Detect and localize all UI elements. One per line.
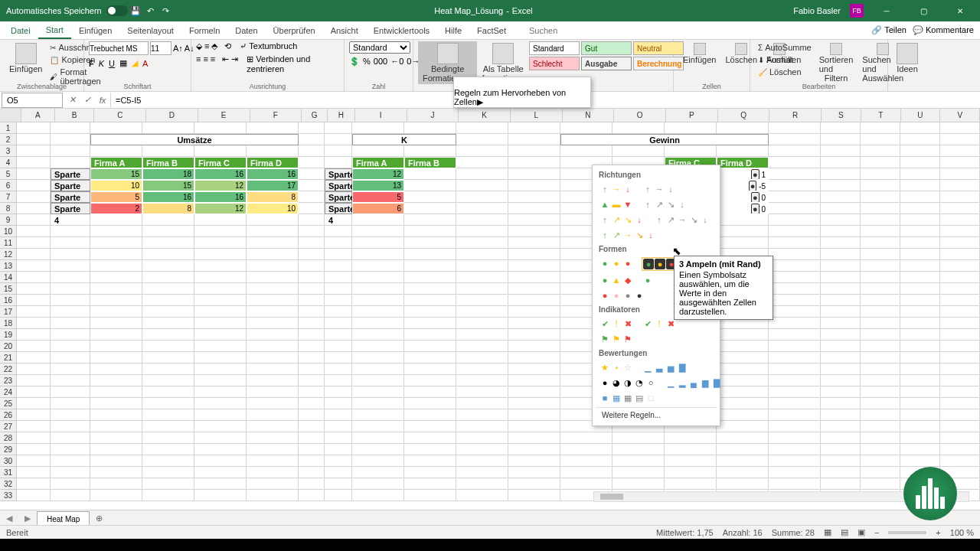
- tab-start[interactable]: Start: [38, 22, 71, 39]
- number-format[interactable]: Standard: [349, 41, 410, 54]
- view-layout-icon[interactable]: ▤: [841, 527, 848, 537]
- align-mid-icon[interactable]: ≡: [204, 41, 209, 51]
- tab-ansicht[interactable]: Ansicht: [323, 23, 366, 38]
- sheet-tab[interactable]: Heat Map: [37, 511, 90, 527]
- iconset-3triangles[interactable]: ▲▬▼: [599, 198, 634, 210]
- ideas-button[interactable]: Ideen: [893, 41, 922, 75]
- iconset-3symbols-circled[interactable]: ✔!✖: [599, 318, 634, 330]
- select-all[interactable]: [0, 109, 21, 122]
- iconset-5arrows-gray[interactable]: ↑↗→↘↓: [653, 214, 711, 226]
- style-schlecht[interactable]: Schlecht: [529, 57, 580, 70]
- undo-icon[interactable]: ↶: [145, 5, 156, 16]
- iconset-3traffic-rimmed[interactable]: ●●●: [642, 257, 678, 271]
- style-standard[interactable]: Standard: [529, 41, 580, 55]
- merge-button[interactable]: ⊞ Verbinden und zentrieren: [247, 54, 339, 73]
- percent-icon[interactable]: %: [363, 57, 371, 67]
- fx-icon[interactable]: fx: [95, 96, 110, 105]
- zoom-slider[interactable]: [888, 531, 926, 534]
- wrap-button[interactable]: ⤶ Textumbruch: [240, 41, 297, 51]
- tab-seitenlayout[interactable]: Seitenlayout: [119, 23, 181, 38]
- paste-button[interactable]: Einfügen: [5, 41, 47, 87]
- group-align: Ausrichtung: [191, 83, 344, 90]
- tab-daten[interactable]: Daten: [227, 23, 265, 38]
- autosave-toggle[interactable]: Automatisches Speichern: [6, 5, 128, 16]
- iconset-3arrows-color[interactable]: ↑→↓: [599, 183, 634, 195]
- tab-nav-prev[interactable]: ◀: [0, 514, 18, 523]
- iconset-3signs[interactable]: ●▲◆: [599, 274, 634, 286]
- iconset-3flags[interactable]: ⚑⚑⚑: [599, 333, 634, 345]
- indent-inc-icon[interactable]: ⇥: [231, 54, 238, 73]
- fx-cancel-icon[interactable]: ✕: [64, 95, 80, 105]
- minimize-icon[interactable]: ─: [873, 0, 900, 21]
- font-color-icon[interactable]: A: [142, 59, 148, 68]
- fill-button[interactable]: ⬇ Ausfüllen: [755, 54, 815, 66]
- style-ausgabe[interactable]: Ausgabe: [581, 57, 632, 70]
- font-name[interactable]: [89, 41, 149, 55]
- align-center-icon[interactable]: ≡: [203, 54, 207, 73]
- italic-button[interactable]: K: [99, 59, 104, 68]
- tab-formeln[interactable]: Formeln: [181, 23, 227, 38]
- currency-icon[interactable]: 💲: [349, 57, 360, 67]
- insert-cells-button[interactable]: Einfügen: [678, 41, 720, 66]
- align-top-icon[interactable]: ⬙: [196, 41, 202, 51]
- add-sheet-icon[interactable]: ⊕: [90, 514, 109, 523]
- font-size[interactable]: [150, 41, 172, 55]
- align-bot-icon[interactable]: ⬘: [211, 41, 217, 51]
- tab-einfuegen[interactable]: Einfügen: [71, 23, 119, 38]
- iconset-5quarters[interactable]: ●◕◑◔○: [599, 377, 657, 389]
- iconset-5arrows-color[interactable]: ↑↗→↘↓: [599, 229, 657, 241]
- indent-dec-icon[interactable]: ⇤: [222, 54, 229, 73]
- view-break-icon[interactable]: ▣: [858, 527, 865, 537]
- maximize-icon[interactable]: ▢: [910, 0, 937, 21]
- iconset-5bars[interactable]: ▁▂▄▆▇: [665, 377, 723, 389]
- close-icon[interactable]: ✕: [946, 0, 974, 21]
- align-right-icon[interactable]: ≡: [211, 54, 215, 73]
- tab-datei[interactable]: Datei: [3, 23, 38, 38]
- search-input[interactable]: [529, 26, 644, 35]
- name-box[interactable]: [2, 93, 63, 108]
- iconset-3symbols-uncircled[interactable]: ✔!✖: [642, 318, 677, 330]
- sort-filter-button[interactable]: Sortieren undFiltern: [815, 41, 858, 84]
- section-directions: Richtungen: [596, 168, 717, 181]
- iconset-4traffic[interactable]: ●: [642, 274, 654, 286]
- zoom-out-icon[interactable]: −: [874, 528, 879, 537]
- iconset-4arrows-gray[interactable]: ↑↗↘↓: [642, 198, 688, 210]
- iconset-4arrows-color[interactable]: ↑↗↘↓: [599, 214, 645, 226]
- save-icon[interactable]: 💾: [130, 5, 141, 16]
- iconset-more-rules[interactable]: Weitere Regeln...: [596, 407, 717, 422]
- iconset-3arrows-gray[interactable]: ↑→↓: [642, 183, 677, 195]
- style-gut[interactable]: Gut: [581, 41, 632, 55]
- comments-button[interactable]: 💬 Kommentare: [913, 25, 974, 35]
- iconset-5boxes[interactable]: ■▦▦▤□: [599, 392, 657, 404]
- dec-inc-icon[interactable]: ←0: [390, 57, 403, 67]
- view-normal-icon[interactable]: ▦: [824, 527, 831, 537]
- redo-icon[interactable]: ↷: [161, 5, 172, 16]
- border-icon[interactable]: ▦: [119, 58, 127, 68]
- bold-button[interactable]: F: [89, 59, 94, 68]
- iconset-rb-circles[interactable]: ●●●●: [599, 289, 645, 302]
- comma-icon[interactable]: 000: [374, 57, 387, 67]
- autosum-button[interactable]: Σ AutoSumme: [755, 41, 815, 54]
- tab-nav-next[interactable]: ▶: [18, 514, 37, 523]
- iconset-4bars[interactable]: ▁▃▅▇: [642, 361, 688, 373]
- zoom-in-icon[interactable]: +: [936, 528, 940, 537]
- share-button[interactable]: 🔗 Teilen: [871, 25, 906, 35]
- toggle-switch[interactable]: [106, 5, 128, 16]
- tab-ueberpruefen[interactable]: Überprüfen: [266, 23, 323, 38]
- user-badge[interactable]: FB: [850, 4, 864, 18]
- clear-button[interactable]: 🧹 Löschen: [755, 66, 815, 78]
- iconset-3stars[interactable]: ★⋆☆: [599, 361, 634, 373]
- orient-icon[interactable]: ⟲: [224, 41, 231, 51]
- tab-hilfe[interactable]: Hilfe: [437, 23, 469, 38]
- sheet-area[interactable]: ABC DEF GHI JKL NOP QRS TUV 123456789101…: [0, 109, 980, 507]
- iconset-3traffic-unrimmed[interactable]: ●●●: [599, 257, 634, 271]
- fx-accept-icon[interactable]: ✓: [80, 95, 95, 105]
- tab-entwicklertools[interactable]: Entwicklertools: [366, 23, 437, 38]
- zoom-level[interactable]: 100 %: [950, 528, 974, 537]
- underline-button[interactable]: U: [109, 59, 115, 68]
- font-grow-icon[interactable]: A↑: [173, 44, 183, 53]
- tab-factset[interactable]: FactSet: [469, 23, 514, 38]
- align-left-icon[interactable]: ≡: [196, 54, 201, 73]
- cf-highlight-rules[interactable]: [454, 77, 590, 88]
- fill-color-icon[interactable]: ◢: [132, 58, 138, 68]
